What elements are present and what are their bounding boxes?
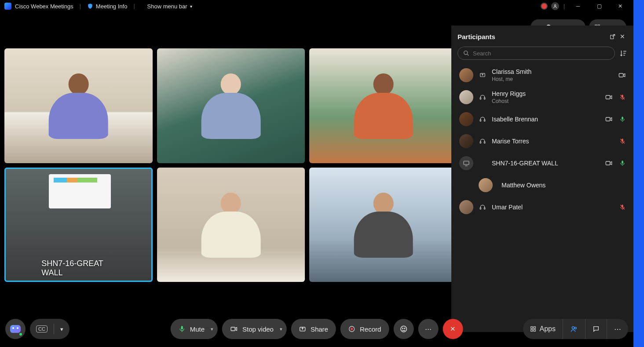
svg-rect-46	[531, 329, 532, 331]
mic-on-icon	[619, 160, 626, 167]
svg-point-40	[351, 328, 353, 330]
minimize-button[interactable]: ─	[569, 0, 587, 12]
video-grid: SHN7-16-GREAT WALL	[4, 48, 457, 282]
svg-point-41	[401, 326, 407, 332]
participant-row[interactable]: Marise Torres	[457, 130, 627, 152]
chevron-down-icon[interactable]: ▾	[54, 319, 70, 339]
svg-rect-20	[480, 142, 481, 143]
smile-icon	[399, 325, 407, 333]
svg-point-6	[464, 51, 468, 55]
svg-point-43	[404, 328, 405, 329]
mic-muted-icon	[619, 138, 626, 145]
close-panel-icon[interactable]: ✕	[618, 32, 627, 41]
svg-point-49	[574, 327, 576, 329]
svg-rect-11	[606, 95, 610, 99]
video-tile[interactable]	[157, 168, 305, 282]
settings-avatar-icon[interactable]	[551, 2, 559, 10]
svg-rect-25	[464, 161, 469, 164]
assistant-button[interactable]	[5, 319, 26, 339]
camera-icon	[605, 116, 612, 123]
more-icon: ⋯	[614, 325, 621, 333]
chevron-down-icon[interactable]: ▾	[280, 326, 282, 332]
video-tile-active[interactable]: SHN7-16-GREAT WALL	[4, 168, 153, 282]
record-button[interactable]: Record	[340, 319, 389, 339]
svg-rect-30	[480, 208, 481, 209]
svg-rect-17	[606, 117, 610, 121]
mic-icon	[179, 325, 186, 333]
svg-rect-28	[622, 161, 623, 164]
room-screen-icon	[49, 174, 111, 208]
people-icon	[570, 325, 578, 332]
svg-point-0	[554, 5, 556, 6]
more-icon: ⋯	[425, 325, 432, 333]
chat-button[interactable]	[585, 319, 607, 339]
webex-logo-icon	[4, 3, 11, 10]
maximize-button[interactable]: ▢	[590, 0, 608, 12]
right-panel-buttons: Apps ⋯	[523, 319, 628, 339]
video-tile[interactable]	[157, 48, 305, 163]
recording-indicator-icon[interactable]	[541, 3, 548, 10]
participant-row[interactable]: Umar Patel	[457, 196, 627, 218]
show-menu-bar-button[interactable]: Show menu bar ▾	[147, 3, 192, 10]
search-field[interactable]	[473, 50, 609, 57]
captions-button[interactable]: CC ▾	[30, 319, 70, 339]
participant-row[interactable]: Isabelle Brennan	[457, 108, 627, 130]
more-options-button[interactable]: ⋯	[418, 319, 438, 339]
svg-rect-47	[534, 329, 535, 331]
chevron-down-icon: ▾	[190, 4, 192, 9]
video-tile[interactable]	[4, 48, 153, 163]
participants-panel: Participants ✕ Clarissa SmithHost, me	[451, 26, 633, 332]
participants-button[interactable]	[563, 319, 585, 339]
device-icon	[459, 156, 473, 170]
chevron-down-icon[interactable]: ▾	[211, 326, 213, 332]
sort-icon[interactable]	[619, 49, 627, 57]
svg-point-42	[402, 328, 403, 329]
tile-label: SHN7-16-GREAT WALL	[41, 259, 115, 278]
app-title: Cisco Webex Meetings	[15, 3, 73, 10]
mic-muted-icon	[619, 204, 626, 211]
svg-rect-37	[231, 327, 235, 331]
video-tile[interactable]	[309, 48, 457, 163]
share-icon	[479, 72, 487, 78]
panel-title: Participants	[457, 33, 495, 40]
pop-out-icon[interactable]	[608, 32, 618, 41]
avatar	[479, 178, 493, 192]
chat-icon	[593, 325, 600, 332]
svg-rect-9	[480, 98, 481, 99]
share-button[interactable]: Share	[291, 319, 336, 339]
participant-row-sub[interactable]: Matthew Owens	[477, 174, 627, 196]
search-input[interactable]	[457, 47, 615, 60]
panel-more-button[interactable]: ⋯	[607, 319, 628, 339]
reactions-button[interactable]	[393, 319, 413, 339]
headset-icon	[479, 116, 487, 122]
mic-on-icon	[619, 116, 626, 123]
camera-icon	[605, 160, 612, 167]
headset-icon	[479, 204, 487, 210]
svg-rect-35	[181, 326, 183, 329]
participant-row[interactable]: Clarissa SmithHost, me	[457, 64, 627, 86]
apps-icon	[530, 326, 536, 332]
mute-button[interactable]: Mute ▾	[171, 319, 218, 339]
participant-row[interactable]: SHN7-16-GREAT WALL	[457, 152, 627, 174]
svg-rect-27	[606, 161, 610, 165]
window-accent-strip	[633, 0, 644, 347]
svg-rect-15	[480, 120, 481, 121]
headset-icon	[479, 138, 487, 144]
apps-button[interactable]: Apps	[523, 319, 563, 339]
video-tile[interactable]	[309, 168, 457, 282]
svg-rect-8	[619, 73, 623, 77]
stop-video-button[interactable]: Stop video ▾	[222, 319, 287, 339]
shield-icon	[87, 3, 93, 9]
avatar	[459, 90, 473, 104]
title-bar: Cisco Webex Meetings | Meeting Info | Sh…	[0, 0, 633, 12]
svg-rect-16	[484, 120, 485, 121]
meeting-info-button[interactable]: Meeting Info	[87, 3, 128, 10]
svg-rect-31	[484, 208, 485, 209]
search-icon	[463, 50, 469, 56]
svg-rect-45	[534, 327, 535, 329]
leave-meeting-button[interactable]: ✕	[443, 319, 463, 339]
avatar	[459, 68, 473, 82]
svg-rect-44	[531, 327, 532, 329]
close-button[interactable]: ✕	[611, 0, 629, 12]
participant-row[interactable]: Henry RiggsCohost	[457, 86, 627, 108]
